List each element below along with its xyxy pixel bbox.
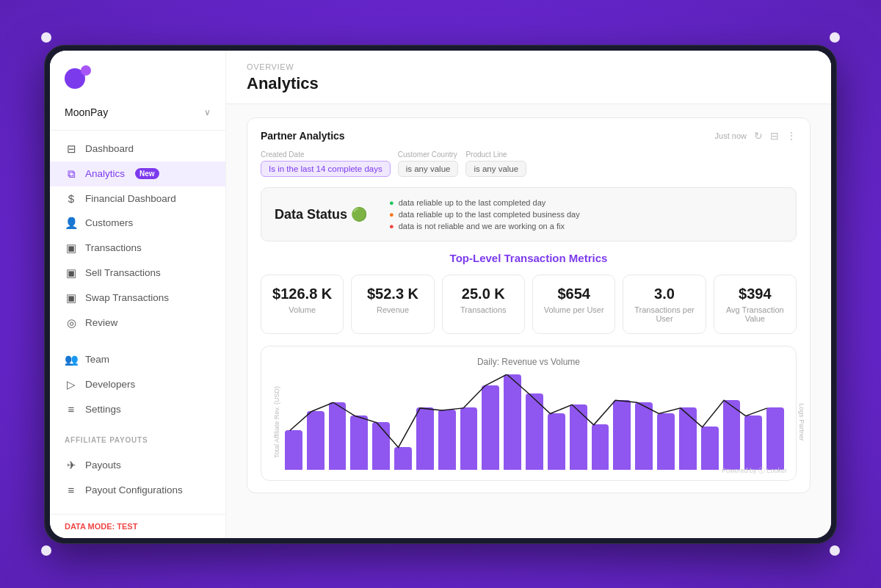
card-actions: Just now ↻ ⊟ ⋮: [715, 130, 797, 142]
page-title: Analytics: [247, 74, 811, 93]
chart-bar-16: [635, 402, 653, 470]
device-frame: MoonPay ∨ ⊟ Dashboard ⧉ Analytics New $ …: [44, 45, 837, 544]
orange-dot-icon: ●: [389, 210, 394, 219]
chart-bar-1: [307, 411, 325, 470]
sidebar: MoonPay ∨ ⊟ Dashboard ⧉ Analytics New $ …: [50, 51, 226, 538]
refresh-icon[interactable]: ↻: [754, 130, 763, 142]
swap-transactions-icon: ▣: [65, 291, 78, 305]
chart-bar-5: [394, 447, 412, 470]
chart-bar-4: [372, 422, 390, 469]
sidebar-item-sell-transactions[interactable]: ▣ Sell Transactions: [50, 261, 225, 286]
content-area: Partner Analytics Just now ↻ ⊟ ⋮ Created…: [226, 104, 831, 538]
settings-icon: ≡: [65, 403, 78, 415]
metric-label-0: Volume: [269, 305, 336, 314]
breadcrumb: OVERVIEW: [247, 62, 811, 71]
legend-red-text: data is not reliable and we are working …: [399, 222, 565, 231]
sidebar-label-developers: Developers: [85, 379, 135, 390]
card-timestamp: Just now: [715, 131, 747, 140]
chart-x-label: Logs Partner: [798, 403, 805, 441]
sidebar-item-team[interactable]: 👥 Team: [50, 347, 225, 372]
filter-customer-country: Customer Country is any value: [398, 150, 459, 177]
chart-area: Total Affiliate Rev. (USD) Logs Partner: [285, 374, 784, 470]
metric-card-2: 25.0 K Transactions: [442, 275, 525, 334]
metric-value-4: 3.0: [631, 286, 697, 302]
logo-area: [50, 51, 225, 101]
metric-label-3: Volume per User: [540, 305, 607, 314]
chart-bar-3: [350, 415, 368, 469]
sidebar-item-customers[interactable]: 👤 Customers: [50, 211, 225, 236]
sidebar-item-review[interactable]: ◎ Review: [50, 311, 225, 335]
filters-row: Created Date Is in the last 14 complete …: [261, 150, 797, 177]
status-legend: ● data reliable up to the last completed…: [389, 198, 580, 231]
corner-dot-tr: [830, 32, 840, 43]
main-content: OVERVIEW Analytics Partner Analytics Jus…: [226, 51, 831, 538]
chart-bar-10: [504, 374, 521, 470]
sell-transactions-icon: ▣: [65, 266, 78, 280]
org-selector[interactable]: MoonPay ∨: [50, 101, 225, 131]
legend-green-text: data reliable up to the last completed d…: [399, 198, 546, 207]
team-icon: 👥: [65, 353, 78, 366]
chart-bar-8: [460, 407, 478, 469]
sidebar-footer: DATA MODE: TEST: [50, 514, 225, 538]
corner-dot-br: [830, 545, 840, 556]
green-dot-icon: ●: [389, 198, 394, 207]
chart-bar-7: [438, 410, 456, 469]
filter-icon[interactable]: ⊟: [770, 130, 779, 142]
sidebar-item-developers[interactable]: ▷ Developers: [50, 372, 225, 397]
legend-orange: ● data reliable up to the last completed…: [389, 210, 580, 219]
sidebar-item-financial-dashboard[interactable]: $ Financial Dashboard: [50, 186, 225, 211]
metric-value-3: $654: [540, 286, 607, 302]
logo-circle-small: [81, 65, 91, 76]
sidebar-label-swap-transactions: Swap Transactions: [85, 292, 169, 303]
filter-created-date-chip[interactable]: Is in the last 14 complete days: [261, 161, 391, 177]
more-icon[interactable]: ⋮: [786, 130, 797, 142]
sidebar-label-team: Team: [85, 354, 109, 365]
sidebar-label-payout-configurations: Payout Configurations: [85, 484, 183, 496]
corner-dot-tl: [41, 32, 51, 43]
filter-product-line: Product Line is any value: [465, 150, 526, 177]
sidebar-label-review: Review: [85, 317, 117, 328]
metric-card-4: 3.0 Transactions per User: [623, 275, 706, 334]
sidebar-label-settings: Settings: [85, 404, 121, 415]
payout-configurations-icon: ≡: [65, 484, 78, 496]
sidebar-item-payouts[interactable]: ✈ Payouts: [50, 453, 225, 478]
sidebar-item-dashboard[interactable]: ⊟ Dashboard: [50, 137, 225, 161]
sidebar-item-settings[interactable]: ≡ Settings: [50, 397, 225, 421]
metric-card-5: $394 Avg Transaction Value: [714, 275, 797, 334]
filter-customer-country-chip[interactable]: is any value: [398, 161, 459, 177]
chart-bar-15: [613, 400, 631, 470]
dashboard-icon: ⊟: [65, 142, 78, 156]
metric-value-2: 25.0 K: [450, 286, 517, 302]
chart-bar-22: [766, 407, 784, 469]
developers-icon: ▷: [65, 378, 78, 391]
metric-card-0: $126.8 K Volume: [261, 275, 344, 334]
data-status-title: Data Status 🟢: [275, 206, 367, 222]
metric-label-1: Revenue: [359, 305, 426, 314]
sidebar-label-sell-transactions: Sell Transactions: [85, 267, 161, 278]
sidebar-item-analytics[interactable]: ⧉ Analytics New: [50, 161, 225, 186]
sidebar-item-transactions[interactable]: ▣ Transactions: [50, 236, 225, 261]
card-header: Partner Analytics Just now ↻ ⊟ ⋮: [261, 130, 797, 142]
device-screen: MoonPay ∨ ⊟ Dashboard ⧉ Analytics New $ …: [50, 51, 831, 538]
metric-value-5: $394: [722, 286, 788, 302]
metric-card-1: $52.3 K Revenue: [351, 275, 434, 334]
chart-title: Daily: Revenue vs Volume: [273, 357, 784, 367]
metric-label-2: Transactions: [450, 305, 517, 314]
partner-analytics-title: Partner Analytics: [261, 130, 345, 142]
chart-y-label: Total Affiliate Rev. (USD): [273, 385, 280, 457]
analytics-badge: New: [135, 168, 159, 179]
metric-label-5: Avg Transaction Value: [722, 305, 788, 323]
affiliate-nav: ✈ Payouts ≡ Payout Configurations: [50, 447, 225, 508]
filter-product-line-chip[interactable]: is any value: [465, 161, 526, 177]
data-mode: DATA MODE: TEST: [65, 522, 211, 531]
customers-icon: 👤: [65, 217, 78, 230]
chart-bar-11: [526, 393, 543, 470]
transactions-icon: ▣: [65, 242, 78, 255]
sidebar-item-swap-transactions[interactable]: ▣ Swap Transactions: [50, 286, 225, 311]
sidebar-item-payout-configurations[interactable]: ≡ Payout Configurations: [50, 478, 225, 502]
metric-label-4: Transactions per User: [631, 305, 697, 323]
chart-bar-19: [701, 427, 719, 469]
metrics-grid: $126.8 K Volume $52.3 K Revenue 25.0 K T…: [261, 275, 797, 334]
chart-bar-6: [416, 407, 434, 469]
sidebar-label-dashboard: Dashboard: [85, 143, 134, 154]
